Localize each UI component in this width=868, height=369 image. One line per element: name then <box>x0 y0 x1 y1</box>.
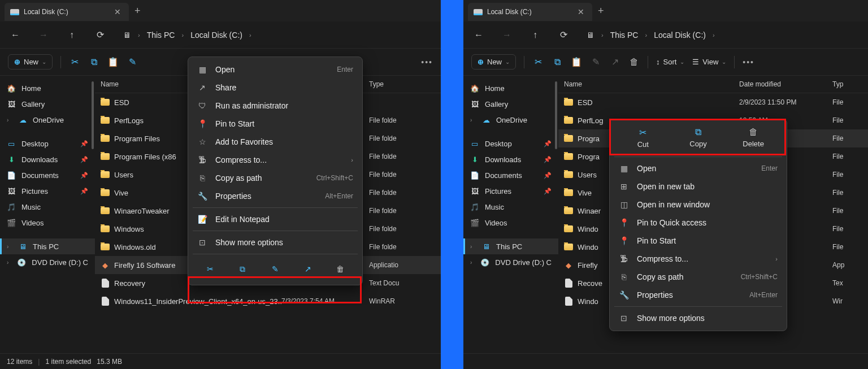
ctx-share[interactable]: ↗Share <box>188 79 362 97</box>
open-icon: ▦ <box>197 65 207 74</box>
chevron-right-icon: › <box>601 32 604 38</box>
sidebar-thispc[interactable]: ›🖥This PC <box>0 238 95 254</box>
up-button[interactable]: ↑ <box>530 30 540 40</box>
breadcrumb-drive[interactable]: Local Disk (C:) <box>654 31 706 40</box>
sidebar-home[interactable]: 🏠Home <box>463 80 558 96</box>
up-button[interactable]: ↑ <box>67 30 77 40</box>
sidebar-gallery[interactable]: 🖼Gallery <box>0 96 95 112</box>
sidebar-music[interactable]: 🎵Music <box>463 199 558 215</box>
sidebar-desktop[interactable]: ▭Desktop📌 <box>0 136 95 151</box>
new-button[interactable]: ⊕New⌄ <box>471 54 516 70</box>
back-button[interactable]: ← <box>10 30 20 40</box>
sidebar-pictures[interactable]: 🖼Pictures📌 <box>463 183 558 199</box>
sort-button[interactable]: ↕Sort⌄ <box>656 58 684 66</box>
col-type[interactable]: Typ <box>832 80 862 88</box>
ctx-pin-start[interactable]: 📍Pin to Start <box>188 115 362 133</box>
ctx-rename-icon[interactable]: ✎ <box>265 260 285 278</box>
ctx-copy-path[interactable]: ⎘Copy as pathCtrl+Shift+C <box>610 268 787 286</box>
sidebar-music[interactable]: 🎵Music <box>0 199 95 215</box>
sidebar-downloads[interactable]: ⬇Downloads📌 <box>463 151 558 167</box>
window-tab[interactable]: Local Disk (C:) ✕ <box>468 3 592 21</box>
new-button[interactable]: ⊕New⌄ <box>8 54 53 70</box>
copy-icon[interactable]: ⧉ <box>552 57 563 67</box>
back-button[interactable]: ← <box>474 30 484 40</box>
rename-icon[interactable]: ✎ <box>127 57 138 67</box>
ctx-properties[interactable]: 🔧PropertiesAlt+Enter <box>610 286 787 304</box>
ctx-pin-start[interactable]: 📍Pin to Start <box>610 232 787 250</box>
breadcrumb[interactable]: 🖥 › This PC › Local Disk (C:) › <box>587 31 715 40</box>
ctx-compress[interactable]: 🗜Compress to...› <box>610 250 787 268</box>
file-name: PerfLogs <box>114 116 144 125</box>
ctx-cut-button[interactable]: ✂Cut <box>620 127 666 149</box>
ctx-runas[interactable]: 🛡Run as administrator <box>188 97 362 115</box>
ctx-cut-icon[interactable]: ✂ <box>200 260 220 278</box>
cut-icon[interactable]: ✂ <box>532 57 544 67</box>
tab-title: Local Disk (C:) <box>24 8 107 16</box>
sidebar-thispc[interactable]: ›🖥This PC <box>463 238 558 254</box>
sidebar-desktop[interactable]: ▭Desktop📌 <box>463 136 558 151</box>
column-headers[interactable]: Name Date modified Typ <box>558 76 868 93</box>
ctx-open[interactable]: ▦OpenEnter <box>188 60 362 79</box>
ctx-delete-icon[interactable]: 🗑 <box>330 260 350 278</box>
scrollbar[interactable] <box>92 81 94 149</box>
sidebar-gallery[interactable]: 🖼Gallery <box>463 96 558 112</box>
sidebar-videos[interactable]: 🎬Videos <box>463 215 558 231</box>
scrollbar[interactable] <box>555 81 557 149</box>
ctx-open-new-tab[interactable]: ⊞Open in new tab <box>610 177 787 196</box>
ctx-delete-button[interactable]: 🗑Delete <box>731 127 776 149</box>
ctx-open-new-window[interactable]: ◫Open in new window <box>610 196 787 214</box>
breadcrumb-thispc[interactable]: This PC <box>147 31 175 40</box>
sidebar-dvd[interactable]: ›💿DVD Drive (D:) C <box>0 254 95 270</box>
copy-icon[interactable]: ⧉ <box>88 57 99 67</box>
delete-icon[interactable]: 🗑 <box>628 57 640 67</box>
ctx-copy-icon[interactable]: ⧉ <box>232 260 253 278</box>
close-tab-icon[interactable]: ✕ <box>575 7 587 16</box>
sidebar-home[interactable]: 🏠Home <box>0 80 95 96</box>
file-row[interactable]: ESD2/9/2023 11:50 PMFile <box>558 93 868 111</box>
ctx-copy-button[interactable]: ⧉Copy <box>675 127 721 149</box>
ctx-show-more[interactable]: ⊡Show more options <box>188 233 362 251</box>
new-tab-button[interactable]: + <box>134 5 141 17</box>
paste-icon[interactable]: 📋 <box>571 57 582 67</box>
cut-icon[interactable]: ✂ <box>69 57 80 67</box>
more-icon[interactable]: ••• <box>421 58 433 67</box>
ctx-copy-path[interactable]: ⎘Copy as pathCtrl+Shift+C <box>188 169 362 187</box>
col-type[interactable]: Type <box>369 80 435 88</box>
window-tab[interactable]: Local Disk (C:) ✕ <box>5 3 129 21</box>
sidebar-pictures[interactable]: 🖼Pictures📌 <box>0 183 95 199</box>
sidebar-documents[interactable]: 📄Documents📌 <box>463 167 558 183</box>
sidebar-onedrive[interactable]: ›☁OneDrive <box>0 112 95 128</box>
sidebar-documents[interactable]: 📄Documents📌 <box>0 167 95 183</box>
refresh-button[interactable]: ⟳ <box>558 29 568 40</box>
chevron-right-icon: › <box>181 32 184 38</box>
paste-icon[interactable]: 📋 <box>107 57 119 67</box>
view-button[interactable]: ☰View⌄ <box>692 58 726 66</box>
refresh-button[interactable]: ⟳ <box>95 29 105 40</box>
ctx-compress[interactable]: 🗜Compress to...› <box>188 151 362 169</box>
breadcrumb-thispc[interactable]: This PC <box>610 31 639 40</box>
ctx-share-icon[interactable]: ↗ <box>298 260 318 278</box>
file-row[interactable]: Windows11_InsiderPreview_Client_x64_en-u… <box>95 292 441 310</box>
ctx-properties[interactable]: 🔧PropertiesAlt+Enter <box>188 187 362 205</box>
col-name[interactable]: Name <box>564 80 739 88</box>
share-icon[interactable]: ↗ <box>609 57 620 67</box>
sidebar-downloads[interactable]: ⬇Downloads📌 <box>0 151 95 167</box>
ctx-pin-quick-access[interactable]: 📍Pin to Quick access <box>610 214 787 232</box>
ctx-show-more[interactable]: ⊡Show more options <box>610 309 787 327</box>
forward-button[interactable]: → <box>502 30 512 40</box>
sidebar-onedrive[interactable]: ›☁OneDrive <box>463 112 558 128</box>
breadcrumb-drive[interactable]: Local Disk (C:) <box>190 31 242 40</box>
ctx-edit-notepad[interactable]: 📝Edit in Notepad <box>188 210 362 228</box>
sidebar-videos[interactable]: 🎬Videos <box>0 215 95 231</box>
forward-button[interactable]: → <box>38 30 49 40</box>
file-name: Progra <box>578 153 611 161</box>
more-icon[interactable]: ••• <box>743 58 754 67</box>
new-tab-button[interactable]: + <box>598 5 604 17</box>
col-date[interactable]: Date modified <box>739 80 832 88</box>
ctx-open[interactable]: ▦OpenEnter <box>610 159 787 177</box>
ctx-favorites[interactable]: ☆Add to Favorites <box>188 133 362 151</box>
rename-icon[interactable]: ✎ <box>590 57 601 67</box>
breadcrumb[interactable]: 🖥 › This PC › Local Disk (C:) › <box>123 31 251 40</box>
sidebar-dvd[interactable]: ›💿DVD Drive (D:) C <box>463 254 558 270</box>
close-tab-icon[interactable]: ✕ <box>112 7 123 16</box>
